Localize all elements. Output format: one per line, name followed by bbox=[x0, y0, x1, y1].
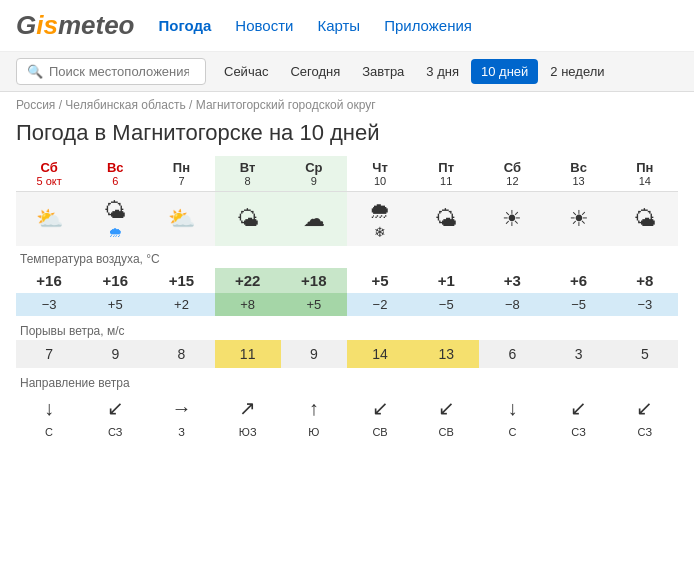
wind-0: 7 bbox=[16, 340, 82, 368]
day-name-7: Сб bbox=[481, 160, 543, 175]
temp-low-6: −5 bbox=[413, 293, 479, 316]
dir-arrow-3: ↗ bbox=[215, 392, 281, 424]
weather-icon-5b: ❄ bbox=[349, 224, 411, 240]
day-date-3: 8 bbox=[217, 175, 279, 187]
dir-name-2: З bbox=[148, 424, 214, 440]
dir-name-9: СЗ bbox=[612, 424, 678, 440]
day-7: Сб 12 bbox=[479, 156, 545, 192]
dir-name-row: С СЗ З ЮЗ Ю СВ СВ С СЗ СЗ bbox=[16, 424, 678, 440]
dir-arrow-1: ↙ bbox=[82, 392, 148, 424]
nav-maps[interactable]: Карты bbox=[317, 17, 360, 34]
wind-1: 9 bbox=[82, 340, 148, 368]
dir-arrow-6: ↙ bbox=[413, 392, 479, 424]
dir-arrow-7: ↓ bbox=[479, 392, 545, 424]
dir-arrow-8: ↙ bbox=[546, 392, 612, 424]
day-5: Чт 10 bbox=[347, 156, 413, 192]
nav-apps[interactable]: Приложения bbox=[384, 17, 472, 34]
icon-cell-6: 🌤 bbox=[413, 192, 479, 247]
day-name-5: Чт bbox=[349, 160, 411, 175]
weather-content: Сб 5 окт Вс 6 Пн 7 Вт 8 bbox=[0, 156, 694, 456]
temp-section-label: Температура воздуха, °С bbox=[16, 246, 678, 268]
wind-8: 3 bbox=[546, 340, 612, 368]
temp-low-8: −5 bbox=[546, 293, 612, 316]
tab-today[interactable]: Сегодня bbox=[280, 59, 350, 84]
temp-high-4: +18 bbox=[281, 268, 347, 293]
search-bar-area: 🔍 Сейчас Сегодня Завтра 3 дня 10 дней 2 … bbox=[0, 52, 694, 92]
temp-label-row: Температура воздуха, °С bbox=[16, 246, 678, 268]
temp-high-9: +8 bbox=[612, 268, 678, 293]
main-nav: Погода Новости Карты Приложения bbox=[159, 17, 472, 34]
weather-icon-1b: 🌧 bbox=[84, 224, 146, 240]
temp-high-8: +6 bbox=[546, 268, 612, 293]
day-date-4: 9 bbox=[283, 175, 345, 187]
day-name-2: Пн bbox=[150, 160, 212, 175]
day-header-row: Сб 5 окт Вс 6 Пн 7 Вт 8 bbox=[16, 156, 678, 192]
tab-3days[interactable]: 3 дня bbox=[416, 59, 469, 84]
temp-low-3: +8 bbox=[215, 293, 281, 316]
weather-icon-1: 🌤 bbox=[84, 198, 146, 224]
weather-icon-3: 🌤 bbox=[217, 206, 279, 232]
weather-icon-7: ☀ bbox=[481, 206, 543, 232]
day-name-3: Вт bbox=[217, 160, 279, 175]
day-8: Вс 13 bbox=[546, 156, 612, 192]
nav-news[interactable]: Новости bbox=[235, 17, 293, 34]
tab-2weeks[interactable]: 2 недели bbox=[540, 59, 614, 84]
day-name-1: Вс bbox=[84, 160, 146, 175]
dir-name-5: СВ bbox=[347, 424, 413, 440]
dir-arrow-0: ↓ bbox=[16, 392, 82, 424]
dir-name-1: СЗ bbox=[82, 424, 148, 440]
dir-name-0: С bbox=[16, 424, 82, 440]
page-title: Погода в Магнитогорске на 10 дней bbox=[0, 118, 694, 156]
icon-cell-8: ☀ bbox=[546, 192, 612, 247]
temp-low-7: −8 bbox=[479, 293, 545, 316]
tab-tomorrow[interactable]: Завтра bbox=[352, 59, 414, 84]
wind-3: 11 bbox=[215, 340, 281, 368]
icon-cell-5: 🌧 ❄ bbox=[347, 192, 413, 247]
temp-high-1: +16 bbox=[82, 268, 148, 293]
wind-label-row: Порывы ветра, м/с bbox=[16, 316, 678, 340]
day-name-8: Вс bbox=[548, 160, 610, 175]
tab-10days[interactable]: 10 дней bbox=[471, 59, 538, 84]
weather-icon-9: 🌤 bbox=[614, 206, 676, 232]
temp-high-2: +15 bbox=[148, 268, 214, 293]
icon-cell-4: ☁ bbox=[281, 192, 347, 247]
temp-low-9: −3 bbox=[612, 293, 678, 316]
weather-icon-0: ⛅ bbox=[18, 206, 80, 232]
tab-now[interactable]: Сейчас bbox=[214, 59, 278, 84]
day-6: Пт 11 bbox=[413, 156, 479, 192]
day-4: Ср 9 bbox=[281, 156, 347, 192]
day-name-6: Пт bbox=[415, 160, 477, 175]
icon-cell-7: ☀ bbox=[479, 192, 545, 247]
day-name-0: Сб bbox=[18, 160, 80, 175]
dir-name-8: СЗ bbox=[546, 424, 612, 440]
weather-icon-8: ☀ bbox=[548, 206, 610, 232]
icon-cell-0: ⛅ bbox=[16, 192, 82, 247]
search-input[interactable] bbox=[49, 64, 189, 79]
wind-row: 7 9 8 11 9 14 13 6 3 5 bbox=[16, 340, 678, 368]
wind-6: 13 bbox=[413, 340, 479, 368]
day-date-8: 13 bbox=[548, 175, 610, 187]
nav-weather[interactable]: Погода bbox=[159, 17, 212, 34]
dir-label-row: Направление ветра bbox=[16, 368, 678, 392]
search-box[interactable]: 🔍 bbox=[16, 58, 206, 85]
day-name-9: Пн bbox=[614, 160, 676, 175]
dir-name-3: ЮЗ bbox=[215, 424, 281, 440]
day-9: Пн 14 bbox=[612, 156, 678, 192]
temp-low-0: −3 bbox=[16, 293, 82, 316]
temp-low-1: +5 bbox=[82, 293, 148, 316]
day-date-2: 7 bbox=[150, 175, 212, 187]
day-1: Вс 6 bbox=[82, 156, 148, 192]
temp-low-2: +2 bbox=[148, 293, 214, 316]
header: Gismeteo Погода Новости Карты Приложения bbox=[0, 0, 694, 52]
time-tabs: Сейчас Сегодня Завтра 3 дня 10 дней 2 не… bbox=[214, 59, 615, 84]
day-date-0: 5 окт bbox=[18, 175, 80, 187]
icon-cell-9: 🌤 bbox=[612, 192, 678, 247]
icon-cell-1: 🌤 🌧 bbox=[82, 192, 148, 247]
temp-high-3: +22 bbox=[215, 268, 281, 293]
dir-name-7: С bbox=[479, 424, 545, 440]
temp-high-0: +16 bbox=[16, 268, 82, 293]
wind-7: 6 bbox=[479, 340, 545, 368]
day-date-5: 10 bbox=[349, 175, 411, 187]
weather-icon-4: ☁ bbox=[283, 206, 345, 232]
wind-section-label: Порывы ветра, м/с bbox=[16, 316, 678, 340]
